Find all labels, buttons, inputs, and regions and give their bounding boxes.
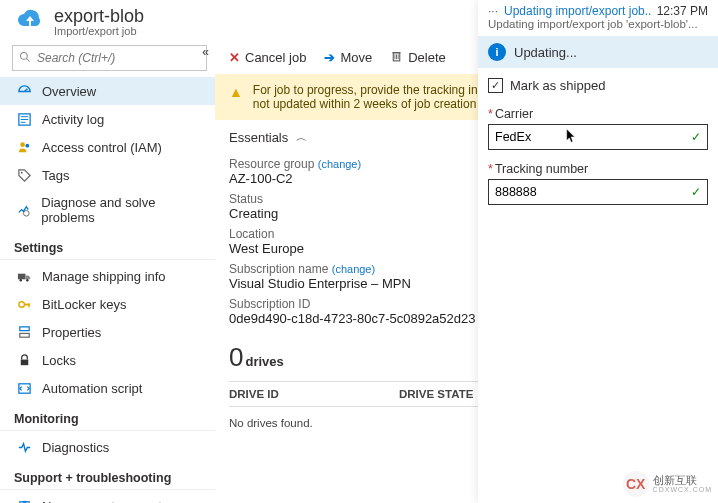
svg-line-1 [27, 58, 30, 61]
right-panel: ··· Updating import/export job.. 12:37 P… [478, 0, 718, 503]
valid-icon: ✓ [691, 130, 701, 144]
carrier-input[interactable] [495, 130, 691, 144]
sidebar-item-bitlocker[interactable]: BitLocker keys [0, 290, 215, 318]
change-rg-link[interactable]: (change) [318, 158, 361, 170]
notification-time: 12:37 PM [657, 4, 708, 18]
sidebar-item-properties[interactable]: Properties [0, 318, 215, 346]
drives-count: 0 [229, 342, 243, 373]
nav-settings: Manage shipping info BitLocker keys Prop… [0, 262, 215, 402]
svg-rect-19 [20, 359, 28, 365]
tracking-input[interactable] [495, 185, 691, 199]
nav-top: Overview Activity log Access control (IA… [0, 77, 215, 231]
notification: ··· Updating import/export job.. 12:37 P… [478, 0, 718, 36]
checkbox-icon: ✓ [488, 78, 503, 93]
overview-icon [16, 83, 32, 99]
update-form: ✓ Mark as shipped *Carrier ✓ *Tracking n… [478, 68, 718, 227]
move-button[interactable]: ➔Move [324, 50, 372, 65]
bitlocker-icon [16, 296, 32, 312]
sidebar: « Overview Activity log Access control (… [0, 41, 215, 503]
svg-point-0 [21, 52, 28, 59]
sidebar-item-diagnostics[interactable]: Diagnostics [0, 433, 215, 461]
section-settings: Settings [0, 231, 215, 260]
tracking-input-wrap[interactable]: ✓ [488, 179, 708, 205]
activitylog-icon [16, 111, 32, 127]
col-drive-state: DRIVE STATE [399, 388, 473, 400]
svg-rect-18 [19, 333, 28, 337]
delete-button[interactable]: Delete [390, 49, 446, 66]
svg-point-7 [20, 142, 25, 147]
svg-point-8 [25, 143, 29, 147]
sidebar-item-automation[interactable]: Automation script [0, 374, 215, 402]
svg-point-9 [20, 171, 22, 173]
blob-logo [16, 8, 44, 36]
nav-support: New support request [0, 492, 215, 503]
iam-icon [16, 139, 32, 155]
col-drive-id: DRIVE ID [229, 388, 399, 400]
svg-rect-22 [22, 500, 26, 502]
search-input[interactable] [37, 51, 200, 65]
chevron-up-icon: ︿ [296, 130, 307, 145]
valid-icon: ✓ [691, 185, 701, 199]
updating-bar: i Updating... [478, 36, 718, 68]
cancel-job-button[interactable]: ✕Cancel job [229, 50, 306, 65]
tags-icon [16, 167, 32, 183]
sidebar-item-support[interactable]: New support request [0, 492, 215, 503]
sidebar-item-shipping[interactable]: Manage shipping info [0, 262, 215, 290]
locks-icon [16, 352, 32, 368]
sidebar-item-tags[interactable]: Tags [0, 161, 215, 189]
page-subtitle: Import/export job [54, 25, 144, 37]
cancel-icon: ✕ [229, 50, 240, 65]
svg-point-13 [26, 279, 28, 281]
notification-link[interactable]: Updating import/export job.. [504, 4, 651, 18]
shipping-icon [16, 268, 32, 284]
page-title: export-blob [54, 6, 144, 27]
search-icon [19, 51, 31, 66]
delete-icon [390, 49, 403, 66]
sidebar-item-locks[interactable]: Locks [0, 346, 215, 374]
search-input-wrap[interactable] [12, 45, 207, 71]
properties-icon [16, 324, 32, 340]
collapse-sidebar-icon[interactable]: « [202, 45, 209, 59]
svg-rect-16 [28, 303, 29, 307]
section-support: Support + troubleshooting [0, 461, 215, 490]
carrier-input-wrap[interactable]: ✓ [488, 124, 708, 150]
info-icon: i [488, 43, 506, 61]
svg-point-14 [18, 301, 24, 307]
svg-point-12 [19, 279, 21, 281]
support-icon [16, 498, 32, 503]
warning-icon: ▲ [229, 84, 243, 100]
sidebar-item-overview[interactable]: Overview [0, 77, 215, 105]
mark-shipped-checkbox[interactable]: ✓ Mark as shipped [488, 78, 708, 93]
watermark: CX 创新互联CDXWCX.COM [623, 471, 712, 497]
change-sub-link[interactable]: (change) [332, 263, 375, 275]
svg-rect-17 [19, 326, 28, 330]
tracking-label: *Tracking number [488, 162, 708, 176]
automation-icon [16, 380, 32, 396]
carrier-label: *Carrier [488, 107, 708, 121]
diagnostics-icon [16, 439, 32, 455]
svg-rect-11 [17, 273, 25, 279]
move-icon: ➔ [324, 50, 335, 65]
diagnose-icon [16, 202, 31, 218]
sidebar-item-iam[interactable]: Access control (IAM) [0, 133, 215, 161]
sidebar-item-diagnose[interactable]: Diagnose and solve problems [0, 189, 215, 231]
sidebar-item-activity-log[interactable]: Activity log [0, 105, 215, 133]
ellipsis-icon: ··· [488, 4, 498, 18]
section-monitoring: Monitoring [0, 402, 215, 431]
svg-point-10 [24, 210, 30, 216]
nav-monitoring: Diagnostics [0, 433, 215, 461]
watermark-logo: CX [623, 471, 649, 497]
notification-desc: Updating import/export job 'export-blob'… [488, 18, 708, 30]
